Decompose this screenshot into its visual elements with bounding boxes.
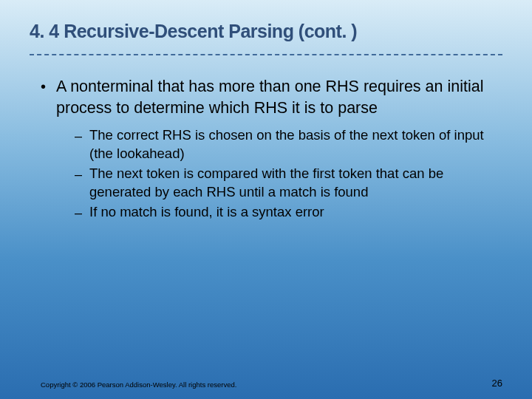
bullet-dash-icon: –	[75, 165, 82, 184]
bullet-sub-text: The correct RHS is chosen on the basis o…	[89, 126, 491, 163]
sub-bullet-list: – The correct RHS is chosen on the basis…	[75, 126, 491, 222]
bullet-sub: – The correct RHS is chosen on the basis…	[75, 126, 491, 163]
slide-footer: Copyright © 2006 Pearson Addison-Wesley.…	[41, 378, 502, 389]
page-number: 26	[492, 378, 502, 389]
bullet-sub-text: If no match is found, it is a syntax err…	[89, 203, 324, 222]
bullet-main-text: A nonterminal that has more than one RHS…	[56, 76, 491, 119]
bullet-dash-icon: –	[75, 126, 82, 146]
slide-title: 4. 4 Recursive-Descent Parsing (cont. )	[0, 0, 532, 50]
slide-content: • A nonterminal that has more than one R…	[0, 55, 532, 222]
bullet-main: • A nonterminal that has more than one R…	[41, 76, 491, 119]
bullet-sub-text: The next token is compared with the firs…	[89, 165, 491, 202]
bullet-sub: – The next token is compared with the fi…	[75, 165, 491, 202]
bullet-dot-icon: •	[41, 76, 46, 97]
bullet-sub: – If no match is found, it is a syntax e…	[75, 203, 491, 222]
bullet-dash-icon: –	[75, 203, 82, 222]
slide: 4. 4 Recursive-Descent Parsing (cont. ) …	[0, 0, 532, 399]
copyright-text: Copyright © 2006 Pearson Addison-Wesley.…	[41, 381, 236, 389]
